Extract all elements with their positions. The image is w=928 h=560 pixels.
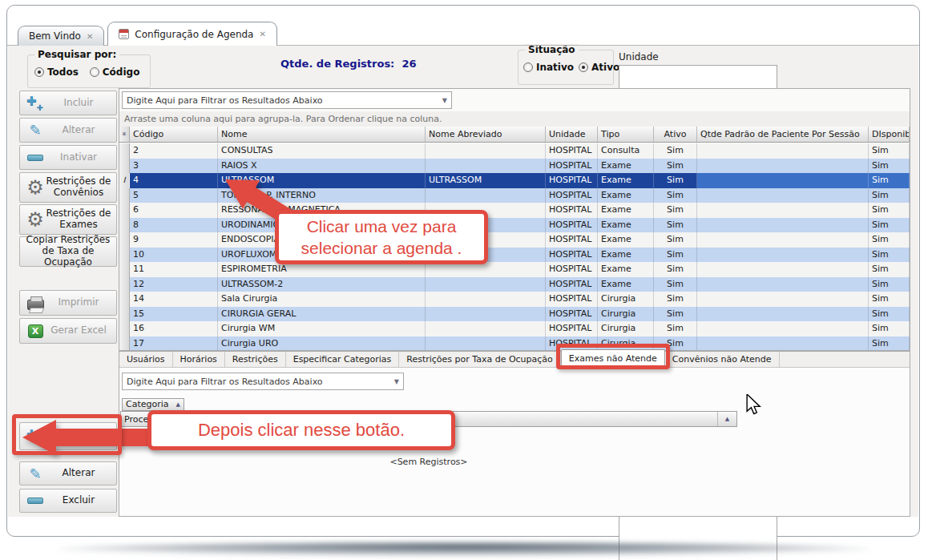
detail-tab-6[interactable]: Exames não Atende (561, 349, 665, 367)
copiar-restricoes-button[interactable]: Copiar Restrições de Taxa de Ocupação (19, 236, 117, 267)
column-header-5[interactable]: Tipo (598, 127, 654, 142)
row-indicator (119, 262, 130, 277)
radio-todos[interactable]: Todos (34, 66, 79, 78)
table-row[interactable]: 10UROFLUXOMETRIAHOSPITALExameSimSim (119, 248, 910, 263)
table-row[interactable]: 14Sala CirurgiaHOSPITALCirurgiaSimSim (119, 292, 910, 307)
cell-disponibilidade: Sim (869, 292, 910, 307)
button-label: Incluir (46, 98, 111, 109)
radio-icon[interactable] (523, 62, 533, 72)
grid-filter-input[interactable]: Digite Aqui para Filtrar os Resultados A… (122, 91, 452, 109)
detail-tab-2[interactable]: Horários (173, 352, 225, 367)
cell-qtde_padrao (697, 277, 869, 292)
cell-nome: ULTRASSOM-2 (218, 277, 426, 292)
imprimir-button[interactable]: Imprimir (19, 290, 117, 316)
radio-icon[interactable] (90, 67, 99, 77)
incluir-button-top[interactable]: Incluir (19, 91, 117, 115)
table-row[interactable]: 12ULTRASSOM-2HOSPITALExameSimSim (119, 277, 910, 292)
calendar-icon (119, 29, 129, 39)
cell-tipo: Cirurgia (598, 292, 654, 307)
radio-icon[interactable] (34, 67, 44, 77)
sort-asc-icon: ▲ (717, 412, 736, 426)
inativar-button[interactable]: Inativar (19, 145, 117, 170)
column-header-8[interactable]: DIsponibilidade (869, 127, 910, 142)
table-row[interactable]: 8URODINAMICAHOSPITALExameSimSim (119, 218, 910, 233)
column-header-4[interactable]: Unidade (546, 127, 598, 142)
cell-nome: URODINAMICA (218, 218, 426, 233)
close-icon[interactable]: ✕ (87, 32, 93, 41)
row-indicator (119, 203, 130, 218)
filter-placeholder: Digite Aqui para Filtrar os Resultados A… (127, 95, 323, 106)
detail-tab-5[interactable]: Restrições por Taxa de Ocupação (399, 352, 561, 367)
table-row[interactable]: 17Cirurgia UROHOSPITALCirurgiaSimSim (119, 336, 910, 352)
detail-tab-3[interactable]: Restrições (225, 352, 286, 367)
group-by-bar[interactable]: Arraste uma coluna aqui para agrupa-la. … (119, 111, 910, 127)
cell-nome: RAIOS X (218, 159, 426, 174)
search-by-group: Pesquisar por: Todos Código (27, 54, 151, 88)
cell-codigo: 2 (130, 143, 218, 159)
chevron-down-icon[interactable]: ▼ (442, 97, 447, 104)
table-row[interactable]: 11ESPIROMETRIAHOSPITALExameSimSim (119, 262, 910, 277)
column-header-1[interactable]: Código (130, 127, 218, 142)
tab-label: Configuração de Agenda (135, 29, 253, 40)
table-row[interactable]: 9ENDOSCOPIA / COLONOSCOPIAHOSPITALExameS… (119, 232, 910, 248)
column-header-7[interactable]: Qtde Padrão de Paciente Por Sessão (697, 127, 869, 142)
cell-nome_abreviado (426, 188, 546, 203)
table-row[interactable]: 16Cirurgia WMHOSPITALCirurgiaSimSim (119, 321, 910, 336)
cell-codigo: 17 (130, 336, 218, 352)
table-row[interactable]: 2CONSULTASHOSPITALConsultaSimSim (119, 143, 910, 159)
column-header-2[interactable]: Nome (218, 127, 426, 142)
app-window: Bem Vindo ✕ Configuração de Agenda ✕ Pes… (0, 0, 928, 560)
column-header-6[interactable]: Ativo (654, 127, 697, 142)
detail-tab-1[interactable]: Usuários (119, 352, 173, 367)
cell-nome_abreviado (426, 232, 546, 248)
table-row[interactable]: I4ULTRASSOMULTRASSOMHOSPITALExameSimSim (119, 173, 910, 188)
detail-tab-strip: UsuáriosHoráriosRestriçõesEspecificar Ca… (119, 351, 910, 368)
restricoes-exames-button[interactable]: Restrições de Exames (19, 204, 117, 235)
table-row[interactable]: 6RESSONANCIA MAGNETICAHOSPITALExameSimSi… (119, 203, 910, 218)
cell-nome: TOMOGR. P. INTERNO (218, 188, 426, 203)
close-icon[interactable]: ✕ (259, 30, 265, 38)
cell-tipo: Exame (598, 159, 654, 174)
table-row[interactable]: 15CIRURGIA GERALHOSPITALCirurgiaSimSim (119, 307, 910, 322)
table-row[interactable]: 3RAIOS XHOSPITALExameSimSim (119, 159, 910, 174)
gerar-excel-button[interactable]: Gerar Excel (19, 318, 117, 344)
incluir-button-bottom[interactable]: Incluir (19, 422, 117, 450)
cell-codigo: 14 (130, 292, 218, 307)
alterar-button-bottom[interactable]: Alterar (19, 461, 117, 485)
add-icon (25, 423, 46, 449)
column-header-3[interactable]: Nome Abreviado (426, 127, 546, 142)
radio-label: Código (103, 66, 140, 78)
cell-nome_abreviado (426, 159, 546, 174)
cell-nome_abreviado (426, 307, 546, 322)
restricoes-convenios-button[interactable]: Restrições de Convênios (19, 172, 117, 203)
cell-unidade: HOSPITAL (546, 292, 598, 307)
table-row[interactable]: 5TOMOGR. P. INTERNOHOSPITALExameSimSim (119, 188, 910, 203)
detail-tab-4[interactable]: Especificar Categorias (286, 352, 400, 367)
categoria-group-header[interactable]: Categoria ▲ (122, 398, 184, 411)
radio-label: Todos (47, 66, 79, 78)
cell-tipo: Exame (598, 262, 654, 277)
detail-tab-7[interactable]: Convênios não Atende (665, 352, 780, 367)
tab-configuracao-de-agenda[interactable]: Configuração de Agenda ✕ (107, 22, 277, 46)
cell-codigo: 9 (130, 232, 218, 248)
detail-filter-input[interactable]: Digite Aqui para Filtrar os Resultados A… (122, 373, 404, 390)
cell-qtde_padrao (697, 321, 869, 336)
cell-ativo: Sim (654, 321, 697, 336)
chevron-down-icon[interactable]: ▼ (394, 378, 399, 385)
cell-qtde_padrao (697, 159, 869, 174)
printer-icon (25, 291, 46, 315)
radio-codigo[interactable]: Código (90, 66, 140, 78)
cell-unidade: HOSPITAL (546, 262, 598, 277)
radio-ativo[interactable]: Ativo (579, 62, 619, 73)
radio-inativo[interactable]: Inativo (523, 62, 574, 73)
filter-placeholder: Digite Aqui para Filtrar os Resultados A… (127, 377, 323, 387)
cell-qtde_padrao (697, 248, 869, 263)
excluir-button[interactable]: Excluir (19, 489, 117, 513)
radio-icon[interactable] (579, 62, 588, 72)
cell-nome_abreviado (426, 292, 546, 307)
group-title: Pesquisar por: (34, 49, 119, 60)
tab-bem-vindo[interactable]: Bem Vindo ✕ (18, 26, 104, 46)
alterar-button-top[interactable]: Alterar (19, 118, 117, 143)
cell-qtde_padrao (697, 307, 869, 322)
procedimento-column-header[interactable]: Procedimento ▲ (120, 411, 737, 427)
